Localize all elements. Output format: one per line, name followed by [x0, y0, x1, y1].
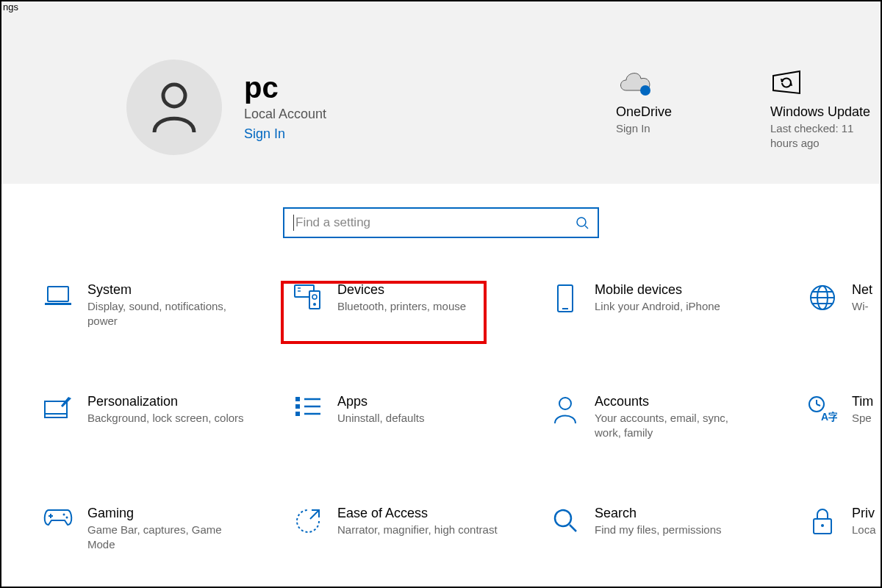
svg-point-35: [66, 517, 68, 519]
user-signin-link[interactable]: Sign In: [244, 126, 285, 142]
devices-highlight-box: [281, 281, 487, 344]
person-outline-icon: [549, 394, 581, 426]
svg-point-0: [163, 85, 185, 107]
svg-line-30: [817, 404, 820, 406]
text-cursor: [293, 215, 294, 231]
category-desc: Narrator, magnifier, high contrast: [337, 523, 498, 537]
category-title: Tim: [852, 394, 873, 409]
update-sync-icon: [770, 65, 881, 101]
svg-point-2: [577, 218, 586, 226]
onedrive-title: OneDrive: [616, 104, 726, 120]
svg-rect-4: [48, 287, 68, 301]
phone-icon: [549, 282, 581, 315]
search-icon: [576, 216, 589, 229]
user-avatar[interactable]: [126, 60, 222, 155]
svg-point-1: [640, 85, 650, 96]
category-network[interactable]: NetWi-: [806, 282, 882, 328]
category-desc: Wi-: [852, 299, 872, 314]
category-title: Net: [852, 282, 872, 298]
user-account-type: Local Account: [244, 107, 326, 122]
svg-rect-12: [558, 285, 573, 312]
person-icon: [148, 81, 200, 134]
svg-text:A字: A字: [821, 411, 837, 423]
category-title: Ease of Access: [337, 506, 498, 521]
svg-rect-21: [295, 397, 300, 401]
update-title: Windows Update: [770, 104, 881, 120]
category-privacy[interactable]: PrivLoca: [806, 506, 882, 551]
category-gaming[interactable]: GamingGame Bar, captures, Game Mode: [42, 506, 292, 551]
category-desc: Your accounts, email, sync, work, family: [595, 411, 756, 440]
magnifier-icon: [549, 506, 581, 538]
category-ease-of-access[interactable]: Ease of AccessNarrator, magnifier, high …: [292, 506, 549, 551]
category-mobile[interactable]: Mobile devicesLink your Android, iPhone: [549, 282, 806, 328]
onedrive-cloud-icon: [616, 65, 726, 101]
paint-icon: [42, 394, 74, 426]
lock-icon: [806, 506, 839, 538]
window-title-fragment: ngs: [1, 1, 20, 12]
category-desc: Display, sound, notifications, power: [87, 299, 249, 328]
svg-rect-23: [295, 412, 300, 416]
category-system[interactable]: SystemDisplay, sound, notifications, pow…: [42, 282, 292, 328]
category-title: Gaming: [87, 506, 249, 521]
svg-point-36: [555, 510, 571, 526]
category-desc: Find my files, permissions: [595, 523, 722, 537]
category-time-language[interactable]: A字 TimSpe: [806, 394, 882, 440]
category-desc: Link your Android, iPhone: [595, 299, 720, 314]
category-personalization[interactable]: PersonalizationBackground, lock screen, …: [42, 394, 292, 440]
svg-rect-22: [295, 404, 300, 409]
onedrive-subtitle: Sign In: [616, 121, 726, 136]
category-desc: Game Bar, captures, Game Mode: [87, 523, 249, 551]
category-title: Mobile devices: [595, 282, 720, 298]
category-desc: Loca: [852, 523, 876, 537]
category-title: Priv: [852, 506, 876, 521]
header-banner: pc Local Account Sign In OneDrive Sign I…: [1, 1, 881, 184]
svg-line-37: [570, 525, 576, 531]
category-title: Personalization: [87, 394, 244, 409]
category-apps[interactable]: AppsUninstall, defaults: [292, 394, 549, 440]
user-block: pc Local Account Sign In: [126, 60, 616, 155]
svg-point-34: [63, 514, 65, 516]
update-subtitle: Last checked: 11 hours ago: [770, 121, 881, 150]
svg-line-3: [585, 226, 588, 229]
category-title: Search: [595, 506, 722, 521]
category-desc: Spe: [852, 411, 873, 426]
globe-icon: [806, 282, 839, 315]
gamepad-icon: [42, 506, 74, 538]
user-name: pc: [244, 73, 326, 102]
ease-of-access-icon: [292, 506, 324, 538]
search-input[interactable]: Find a setting: [283, 207, 599, 238]
laptop-icon: [42, 282, 74, 315]
list-icon: [292, 394, 324, 426]
category-title: Apps: [337, 394, 424, 409]
time-language-icon: A字: [806, 394, 839, 426]
windows-update-card[interactable]: Windows Update Last checked: 11 hours ag…: [770, 65, 881, 150]
category-title: Accounts: [595, 394, 756, 409]
category-desc: Background, lock screen, colors: [87, 411, 244, 426]
onedrive-card[interactable]: OneDrive Sign In: [616, 65, 726, 150]
category-accounts[interactable]: AccountsYour accounts, email, sync, work…: [549, 394, 806, 440]
category-desc: Uninstall, defaults: [337, 411, 424, 426]
category-title: System: [87, 282, 249, 298]
svg-rect-5: [45, 303, 71, 305]
svg-point-27: [559, 398, 571, 409]
svg-point-39: [821, 524, 824, 527]
category-search[interactable]: SearchFind my files, permissions: [549, 506, 806, 551]
search-placeholder: Find a setting: [295, 215, 576, 230]
